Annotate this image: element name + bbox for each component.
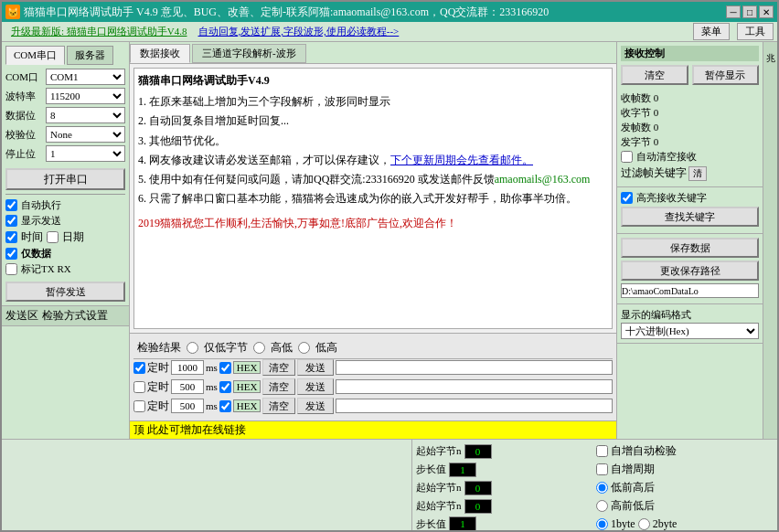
send-1-input[interactable] xyxy=(336,379,613,394)
step-len-1-input[interactable] xyxy=(449,516,476,531)
auto-verify-checkbox[interactable] xyxy=(596,445,608,457)
clear-recv-button[interactable]: 清空 xyxy=(621,65,688,85)
change-path-button[interactable]: 更改保存路径 xyxy=(621,261,759,281)
highlight-checkbox[interactable] xyxy=(621,192,633,204)
high-before-low-label: 高前低后 xyxy=(611,498,655,514)
clear-2-button[interactable]: 清空 xyxy=(262,398,295,414)
auto-run-row: 自动执行 xyxy=(5,198,125,212)
data-only-checkbox[interactable] xyxy=(5,248,17,260)
verify-only-low-radio[interactable] xyxy=(187,342,198,354)
verify-result-label: 检验结果 xyxy=(137,340,181,356)
send-1-button[interactable]: 发送 xyxy=(297,378,334,395)
low-before-high-radio[interactable] xyxy=(596,482,608,494)
data-select[interactable]: 8 xyxy=(46,107,125,123)
status-text: 顶 此处可增加在线链接 xyxy=(133,422,246,438)
time-date-row: 时间 日期 xyxy=(5,229,125,245)
send-0-button[interactable]: 发送 xyxy=(297,359,334,376)
hex-0-checkbox[interactable] xyxy=(219,362,231,374)
timer-1-checkbox[interactable] xyxy=(133,381,145,393)
email-link[interactable]: amaomails@163.com xyxy=(495,173,591,186)
tab-com[interactable]: COM串口 xyxy=(5,46,65,65)
auto-clear-checkbox[interactable] xyxy=(621,151,633,163)
send-2-input[interactable] xyxy=(336,399,613,413)
hex-2-label: HEX xyxy=(233,399,261,412)
auto-run-checkbox[interactable] xyxy=(5,199,17,211)
start-byte-n1-label: 起始字节n xyxy=(416,481,462,495)
start-byte-n1-input[interactable] xyxy=(464,481,492,495)
timer-2-checkbox[interactable] xyxy=(133,400,145,412)
left-top: COM串口 服务器 COM口 COM1 波特率 115200 xyxy=(2,42,129,305)
content-item-1: 2. 自动回复条目增加延时回复... xyxy=(138,112,608,130)
send-0-input[interactable] xyxy=(336,360,613,375)
parity-select[interactable]: None xyxy=(46,126,125,143)
start-byte-n2-input[interactable] xyxy=(464,499,492,514)
minimize-button[interactable]: ─ xyxy=(726,5,741,18)
format-select[interactable]: 十六进制(Hex) xyxy=(621,323,759,339)
date-checkbox[interactable] xyxy=(47,231,59,243)
maximize-button[interactable]: □ xyxy=(742,5,757,18)
data-only-label: 仅数据 xyxy=(21,247,51,261)
send-2-button[interactable]: 发送 xyxy=(297,398,334,414)
clear-0-button[interactable]: 清空 xyxy=(262,359,295,376)
hex-2-checkbox[interactable] xyxy=(219,400,231,412)
auto-link[interactable]: 自动回复,发送扩展,字段波形,使用必读教程--> xyxy=(198,25,400,38)
query-key-button[interactable]: 查找关键字 xyxy=(621,207,759,227)
timer-0-input[interactable] xyxy=(171,360,204,375)
tool-button[interactable]: 工具 xyxy=(737,23,774,40)
verify-low-high-radio[interactable] xyxy=(298,342,310,354)
byte2-radio[interactable] xyxy=(638,518,650,530)
display-format-label: 显示的编码格式 xyxy=(621,308,759,322)
step-len-0-input[interactable] xyxy=(449,463,476,477)
byte1-radio[interactable] xyxy=(596,518,608,530)
start-byte-n2-row: 起始字节n xyxy=(416,498,593,514)
timer-1-input[interactable] xyxy=(171,379,204,394)
high-before-low-radio[interactable] xyxy=(596,500,608,512)
hex-0-label: HEX xyxy=(233,361,261,374)
update-link[interactable]: 下个更新周期会先查看邮件。 xyxy=(390,154,533,166)
highlight-section: 高亮接收关键字 查找关键字 xyxy=(617,187,763,234)
mark-tx-rx-checkbox[interactable] xyxy=(5,263,17,275)
stop-label: 停止位 xyxy=(5,147,46,161)
com-select[interactable]: COM1 xyxy=(46,69,125,85)
stop-bits-row: 停止位 1 xyxy=(5,145,125,162)
data-display-area: 猫猫串口网络调试助手V4.9 1. 在原来基础上增加为三个字段解析，波形同时显示… xyxy=(133,68,613,329)
hex-1-checkbox[interactable] xyxy=(219,381,231,393)
tab-data-receive[interactable]: 数据接收 xyxy=(130,44,190,63)
send-area: 检验结果 仅低字节 高低 低高 定时 ms HEX 清空 xyxy=(130,333,616,420)
auto-verify-label: 自增自动检验 xyxy=(611,443,677,459)
stop-send-button[interactable]: 暂停发送 xyxy=(5,282,125,302)
clear-1-button[interactable]: 清空 xyxy=(262,378,295,395)
verify-high-low-radio[interactable] xyxy=(253,342,265,354)
menu-button[interactable]: 菜单 xyxy=(693,23,730,40)
format-section: 显示的编码格式 十六进制(Hex) xyxy=(617,304,763,344)
byte1-label: 1byte xyxy=(611,517,635,531)
baud-select[interactable]: 115200 xyxy=(46,88,125,104)
content-item-4: 5. 使用中如有任何疑问或问题，请加QQ群交流:233166920 或发送邮件反… xyxy=(138,171,608,188)
save-path-input[interactable] xyxy=(621,283,759,298)
timer-0-checkbox[interactable] xyxy=(133,362,145,374)
verify-only-low-label: 仅低字节 xyxy=(204,340,248,356)
show-send-checkbox[interactable] xyxy=(5,215,17,227)
recv-btn-row: 清空 暂停显示 xyxy=(621,65,759,88)
pause-display-button[interactable]: 暂停显示 xyxy=(692,65,760,85)
timer-1-label: 定时 xyxy=(147,379,169,395)
com-label: COM口 xyxy=(5,70,46,84)
close-button[interactable]: ✕ xyxy=(759,5,774,18)
filter-clear-button[interactable]: 清 xyxy=(688,166,707,181)
save-data-button[interactable]: 保存数据 xyxy=(621,238,759,258)
tab-three-segment[interactable]: 三通道字段解析-波形 xyxy=(192,44,306,63)
timer-2-input[interactable] xyxy=(171,399,204,413)
stop-select[interactable]: 1 xyxy=(46,145,125,162)
time-checkbox[interactable] xyxy=(5,231,17,243)
left-tab-row: COM串口 服务器 xyxy=(5,46,125,65)
start-byte-n0-input[interactable] xyxy=(464,444,492,459)
data-bits-row: 数据位 8 xyxy=(5,107,125,123)
tab-server[interactable]: 服务器 xyxy=(67,46,113,65)
app-icon: 🐱 xyxy=(5,5,20,19)
open-port-button[interactable]: 打开串口 xyxy=(5,168,125,190)
low-before-high-row: 低前高后 xyxy=(596,480,774,495)
auto-period-checkbox[interactable] xyxy=(596,463,608,475)
upgrade-link[interactable]: 升级最新版: 猫猫串口网络调试助手V4.8 xyxy=(11,25,187,38)
verify-setting-label: 检验方式设置 xyxy=(42,308,108,324)
low-before-high-label: 低前高后 xyxy=(611,480,655,495)
